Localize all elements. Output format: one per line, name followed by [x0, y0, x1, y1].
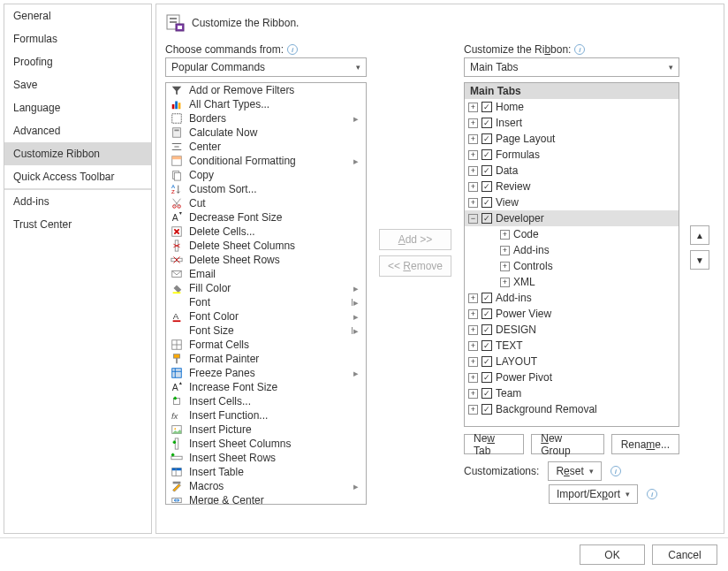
- command-insert-sheet-rows[interactable]: Insert Sheet Rows: [166, 451, 366, 465]
- command-macros[interactable]: Macros▸: [166, 479, 366, 493]
- command-center[interactable]: Center: [166, 140, 366, 154]
- sidebar-item-proofing[interactable]: Proofing: [4, 50, 151, 73]
- info-icon[interactable]: i: [574, 44, 585, 55]
- command-format-painter[interactable]: Format Painter: [166, 352, 366, 366]
- sidebar-item-quick-access-toolbar[interactable]: Quick Access Toolbar: [4, 165, 151, 188]
- sidebar-item-add-ins[interactable]: Add-ins: [4, 190, 151, 213]
- expand-icon[interactable]: +: [468, 309, 478, 319]
- command-delete-cells-[interactable]: Delete Cells...: [166, 225, 366, 239]
- tab-developer[interactable]: −✓Developer: [465, 210, 679, 226]
- info-icon[interactable]: i: [610, 466, 621, 476]
- expand-icon[interactable]: +: [468, 118, 478, 128]
- command-delete-sheet-columns[interactable]: Delete Sheet Columns: [166, 239, 366, 253]
- sidebar-item-formulas[interactable]: Formulas: [4, 27, 151, 50]
- checkbox[interactable]: ✓: [482, 293, 492, 303]
- commands-listbox[interactable]: Add or Remove FiltersAll Chart Types...B…: [165, 82, 367, 505]
- command-calculate-now[interactable]: Calculate Now: [166, 126, 366, 140]
- command-freeze-panes[interactable]: Freeze Panes▸: [166, 366, 366, 380]
- tab-design[interactable]: +✓DESIGN: [465, 322, 679, 338]
- collapse-icon[interactable]: −: [468, 214, 478, 224]
- tab-page-layout[interactable]: +✓Page Layout: [465, 131, 679, 147]
- expand-icon[interactable]: +: [500, 230, 510, 240]
- checkbox[interactable]: ✓: [482, 133, 492, 144]
- expand-icon[interactable]: +: [468, 357, 478, 367]
- command-font-color[interactable]: AFont Color▸: [166, 309, 366, 324]
- command-insert-cells-[interactable]: Insert Cells...: [166, 394, 366, 408]
- command-insert-sheet-columns[interactable]: Insert Sheet Columns: [166, 437, 366, 451]
- expand-icon[interactable]: +: [468, 198, 478, 208]
- command-conditional-formatting[interactable]: Conditional Formatting▸: [166, 154, 366, 168]
- expand-icon[interactable]: +: [468, 293, 478, 303]
- sidebar-item-general[interactable]: General: [4, 4, 151, 27]
- info-icon[interactable]: i: [647, 489, 657, 499]
- checkbox[interactable]: ✓: [482, 213, 492, 224]
- move-up-button[interactable]: ▲: [690, 225, 709, 245]
- expand-icon[interactable]: +: [468, 150, 478, 160]
- checkbox[interactable]: ✓: [482, 181, 492, 192]
- ribbon-tabs-dropdown[interactable]: Main Tabs ▾: [464, 57, 679, 77]
- command-format-cells[interactable]: Format Cells: [166, 338, 366, 352]
- move-down-button[interactable]: ▼: [690, 250, 709, 270]
- command-insert-picture[interactable]: Insert Picture: [166, 423, 366, 437]
- expand-icon[interactable]: +: [500, 246, 510, 255]
- checkbox[interactable]: ✓: [482, 165, 492, 176]
- command-delete-sheet-rows[interactable]: Delete Sheet Rows: [166, 253, 366, 267]
- tab-team[interactable]: +✓Team: [465, 385, 679, 401]
- tab-power-view[interactable]: +✓Power View: [465, 306, 679, 322]
- expand-icon[interactable]: +: [468, 325, 478, 335]
- tab-add-ins[interactable]: +✓Add-ins: [465, 290, 679, 306]
- checkbox[interactable]: ✓: [482, 324, 492, 335]
- command-insert-table[interactable]: Insert Table: [166, 465, 366, 479]
- sidebar-item-language[interactable]: Language: [4, 96, 151, 119]
- tab-review[interactable]: +✓Review: [465, 179, 679, 194]
- checkbox[interactable]: ✓: [482, 308, 492, 319]
- rename-button[interactable]: Rename...: [611, 434, 679, 454]
- command-copy[interactable]: Copy: [166, 168, 366, 182]
- group-controls[interactable]: +Controls: [465, 258, 679, 274]
- new-tab-button[interactable]: New Tab: [464, 434, 524, 454]
- group-code[interactable]: +Code: [465, 226, 679, 242]
- sidebar-item-save[interactable]: Save: [4, 73, 151, 96]
- reset-dropdown[interactable]: Reset▾: [548, 461, 601, 481]
- command-add-or-remove-filters[interactable]: Add or Remove Filters: [166, 83, 366, 97]
- group-xml[interactable]: +XML: [465, 274, 679, 290]
- checkbox[interactable]: ✓: [482, 149, 492, 160]
- command-increase-font-size[interactable]: A▲Increase Font Size: [166, 380, 366, 394]
- tab-layout[interactable]: +✓LAYOUT: [465, 354, 679, 369]
- checkbox[interactable]: ✓: [482, 404, 492, 415]
- expand-icon[interactable]: +: [500, 278, 510, 287]
- command-email[interactable]: Email: [166, 267, 366, 281]
- import-export-dropdown[interactable]: Import/Export▾: [549, 484, 638, 504]
- tab-text[interactable]: +✓TEXT: [465, 338, 679, 354]
- command-cut[interactable]: Cut: [166, 196, 366, 210]
- command-custom-sort-[interactable]: AZCustom Sort...: [166, 182, 366, 196]
- cancel-button[interactable]: Cancel: [652, 544, 717, 565]
- checkbox[interactable]: ✓: [482, 388, 492, 399]
- group-add-ins[interactable]: +Add-ins: [465, 242, 679, 258]
- ok-button[interactable]: OK: [580, 544, 645, 565]
- expand-icon[interactable]: +: [468, 373, 478, 383]
- command-font-size[interactable]: Font SizeI▸: [166, 324, 366, 338]
- expand-icon[interactable]: +: [468, 182, 478, 192]
- tab-insert[interactable]: +✓Insert: [465, 115, 679, 131]
- expand-icon[interactable]: +: [468, 134, 478, 144]
- tab-data[interactable]: +✓Data: [465, 163, 679, 179]
- ribbon-tree[interactable]: Main Tabs +✓Home+✓Insert+✓Page Layout+✓F…: [464, 82, 679, 427]
- tab-home[interactable]: +✓Home: [465, 99, 679, 115]
- sidebar-item-customize-ribbon[interactable]: Customize Ribbon: [4, 142, 151, 165]
- expand-icon[interactable]: +: [500, 262, 510, 271]
- command-fill-color[interactable]: Fill Color▸: [166, 281, 366, 295]
- info-icon[interactable]: i: [287, 44, 298, 55]
- command-all-chart-types-[interactable]: All Chart Types...: [166, 97, 366, 111]
- choose-commands-dropdown[interactable]: Popular Commands ▾: [165, 57, 367, 77]
- tab-view[interactable]: +✓View: [465, 194, 679, 210]
- command-borders[interactable]: Borders▸: [166, 111, 366, 126]
- checkbox[interactable]: ✓: [482, 197, 492, 208]
- tab-background-removal[interactable]: +✓Background Removal: [465, 401, 679, 417]
- expand-icon[interactable]: +: [468, 166, 478, 176]
- checkbox[interactable]: ✓: [482, 356, 492, 367]
- checkbox[interactable]: ✓: [482, 340, 492, 351]
- command-decrease-font-size[interactable]: A▼Decrease Font Size: [166, 210, 366, 225]
- expand-icon[interactable]: +: [468, 405, 478, 415]
- checkbox[interactable]: ✓: [482, 372, 492, 383]
